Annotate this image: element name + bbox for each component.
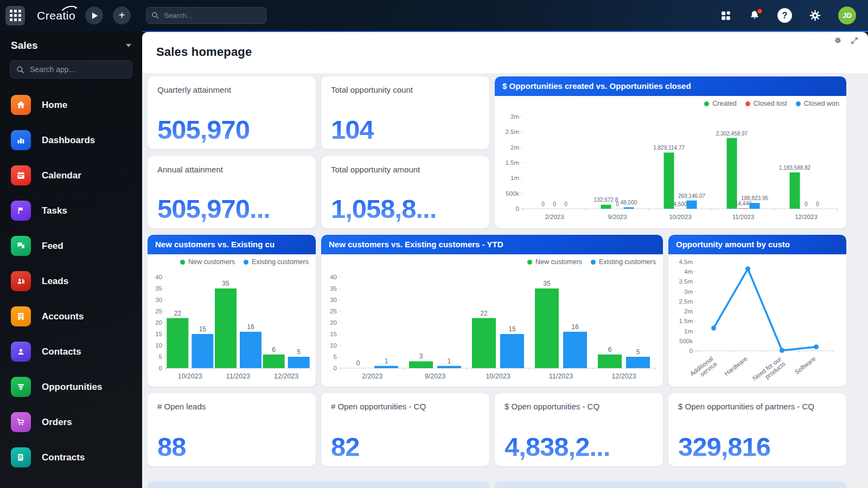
app-window: Creatio +: [0, 0, 868, 488]
chart-opportunities-created-vs-closed: $ Opportunities created vs. Opportunitie…: [495, 76, 846, 228]
help-button[interactable]: ?: [777, 8, 792, 23]
gear-icon: [834, 36, 842, 44]
feed-icon: [16, 241, 26, 251]
legend-dot-icon: [796, 101, 801, 106]
workplaces-button[interactable]: [720, 10, 732, 22]
calendar-icon: [16, 170, 26, 181]
chevron-down-icon: [126, 44, 131, 47]
dashboard-expand-button[interactable]: [851, 37, 858, 44]
workplaces-icon: [720, 10, 732, 22]
svg-text:10: 10: [155, 342, 162, 349]
svg-text:0: 0: [334, 365, 337, 371]
sidebar-item-home[interactable]: Home: [0, 87, 142, 123]
person-icon: [16, 346, 26, 357]
sidebar-item-accounts[interactable]: Accounts: [0, 299, 142, 334]
svg-text:2/2023: 2/2023: [362, 373, 382, 380]
page-header: Sales homepage: [142, 32, 868, 73]
chart-title: New customers vs. Existing customers - Y…: [321, 235, 663, 254]
svg-text:10/2023: 10/2023: [486, 373, 510, 380]
sidebar: Sales Home: [0, 31, 142, 488]
dashboard-settings-button[interactable]: [834, 36, 842, 44]
settings-button[interactable]: [808, 9, 822, 22]
chart-canvas: 0500k1m1.5m2m2.5m3m3.5m4m4.5mAdditionals…: [668, 254, 846, 387]
svg-text:12/2023: 12/2023: [795, 214, 818, 220]
sidebar-item-contacts[interactable]: Contacts: [0, 334, 142, 369]
partial-widget: [148, 481, 489, 488]
kpi-open-opportunities-cq: # Open opportunities - CQ 82: [321, 393, 489, 466]
svg-text:35: 35: [155, 285, 162, 292]
chart-canvas: 05101520253035402/20239/202310/202311/20…: [321, 254, 663, 387]
play-icon: [92, 12, 98, 19]
topbar: Creatio +: [0, 0, 868, 31]
sidebar-item-feed[interactable]: Feed: [0, 228, 142, 264]
svg-text:11/2023: 11/2023: [549, 373, 573, 380]
home-icon: [16, 100, 26, 110]
flag-icon: [16, 206, 26, 216]
svg-text:1: 1: [385, 357, 388, 365]
kpi-total-opportunity-count: Total opportunity count 104: [321, 76, 489, 149]
process-play-button[interactable]: [85, 7, 103, 24]
dashboard-grid: Quarterly attainment 505,970 Total oppor…: [142, 73, 868, 488]
chart-title: Opportunity amount by custo: [668, 235, 846, 254]
add-new-button[interactable]: +: [113, 7, 131, 24]
svg-text:40: 40: [330, 274, 337, 280]
svg-text:6: 6: [272, 346, 276, 354]
partial-widget: [495, 481, 846, 488]
main-content: Sales homepage: [142, 31, 868, 488]
apps-grid-button[interactable]: [5, 6, 25, 25]
svg-text:5: 5: [159, 354, 162, 360]
sidebar-item-contracts[interactable]: Contracts: [0, 440, 142, 475]
building-icon: [16, 311, 26, 322]
svg-text:3m: 3m: [684, 288, 693, 295]
svg-text:Hardware: Hardware: [723, 355, 749, 377]
kpi-open-leads: # Open leads 88: [148, 393, 316, 466]
sidebar-item-calendar[interactable]: Calendar: [0, 158, 142, 193]
dashboards-icon: [16, 135, 26, 145]
workspace-selector[interactable]: Sales: [11, 40, 131, 52]
contract-icon: [16, 452, 26, 463]
svg-text:1: 1: [448, 357, 451, 365]
svg-text:1.5m: 1.5m: [679, 318, 693, 324]
svg-text:Need for ourproducts: Need for ourproducts: [751, 355, 787, 387]
chart-opportunity-amount-by-customer-need: Opportunity amount by custo 0500k1m1.5m2…: [668, 235, 846, 387]
avatar[interactable]: JD: [838, 7, 856, 24]
svg-text:30: 30: [155, 297, 162, 303]
svg-text:2m: 2m: [510, 144, 519, 151]
svg-text:500k: 500k: [679, 338, 693, 344]
svg-text:2,302,458.97: 2,302,458.97: [716, 131, 748, 137]
svg-text:15: 15: [508, 325, 516, 333]
creatio-logo: Creatio: [37, 9, 75, 22]
svg-text:25: 25: [155, 308, 162, 314]
sidebar-item-leads[interactable]: Leads: [0, 264, 142, 299]
chart-title: New customers vs. Existing cu: [148, 235, 316, 254]
svg-text:40: 40: [155, 274, 162, 280]
sidebar-item-tasks[interactable]: Tasks: [0, 193, 142, 228]
sidebar-item-dashboards[interactable]: Dashboards: [0, 123, 142, 158]
app-search-input[interactable]: [10, 60, 132, 79]
svg-text:11/2023: 11/2023: [226, 373, 250, 380]
notifications-button[interactable]: [748, 9, 761, 22]
svg-text:14,440: 14,440: [735, 201, 752, 207]
svg-text:20: 20: [155, 319, 162, 326]
svg-text:11/2023: 11/2023: [732, 214, 755, 220]
svg-text:0: 0: [616, 201, 619, 207]
svg-text:0: 0: [564, 201, 567, 207]
svg-text:15: 15: [330, 331, 337, 337]
sidebar-item-orders[interactable]: Orders: [0, 404, 142, 440]
kpi-open-opportunities-amount-cq: $ Open opportunities - CQ 4,838,2...: [495, 393, 663, 466]
help-icon: ?: [777, 8, 792, 23]
sidebar-item-opportunities[interactable]: Opportunities: [0, 369, 142, 404]
svg-text:22: 22: [174, 310, 182, 317]
apps-grid-icon: [10, 10, 12, 12]
kpi-total-opportunity-amount: Total opportunity amount 1,058,8...: [321, 156, 489, 228]
logo-swoosh-icon: [61, 5, 78, 12]
svg-text:4m: 4m: [684, 268, 693, 275]
svg-text:3: 3: [419, 352, 423, 360]
svg-text:5: 5: [334, 354, 337, 360]
svg-text:1.5m: 1.5m: [505, 159, 519, 166]
svg-text:4.5m: 4.5m: [679, 259, 693, 265]
svg-text:9/2023: 9/2023: [608, 214, 627, 220]
svg-text:4,500: 4,500: [673, 201, 687, 207]
global-search-input[interactable]: [146, 7, 266, 24]
svg-text:16: 16: [571, 323, 579, 331]
